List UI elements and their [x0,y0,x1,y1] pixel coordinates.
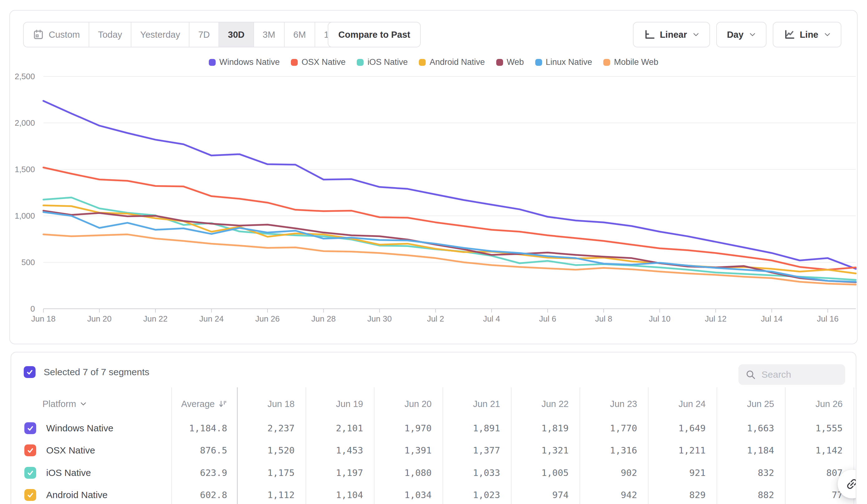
row-checkbox[interactable] [24,489,36,501]
svg-text:Jul 2: Jul 2 [427,314,444,324]
column-header-date: Jun 19 [336,396,363,412]
row-checkbox[interactable] [24,467,36,479]
cell-value: 902 [621,462,637,484]
svg-text:Jul 8: Jul 8 [595,314,612,324]
sort-descending-icon [218,399,227,408]
cell-value: 1,377 [473,439,500,461]
svg-text:Jun 24: Jun 24 [200,314,224,324]
cell-value: 1,321 [542,439,569,461]
cell-value: 1,175 [267,462,295,484]
table-row-ios-native: iOS Native623.91,1751,1971,0801,0331,005… [11,462,856,484]
svg-text:0: 0 [31,304,35,314]
cell-value: 1,104 [336,484,363,504]
average-value: 1,184.8 [189,417,227,439]
table-row-osx-native: OSX Native876.51,5201,4531,3911,3771,321… [11,439,856,461]
series-line-windows-native [43,101,856,269]
row-checkbox[interactable] [24,445,36,456]
cell-value: 1,142 [815,439,843,461]
cell-value: 1,649 [678,417,706,439]
platform-label: Windows Native [46,417,113,439]
column-header-label: Platform [42,399,76,409]
search-placeholder: Search [761,369,791,380]
cell-value: 1,080 [405,462,432,484]
average-value: 602.8 [200,484,227,504]
cell-value: 1,197 [336,462,363,484]
svg-text:2,000: 2,000 [15,118,35,128]
column-header-average[interactable]: Average [181,396,227,412]
cell-value: 1,453 [336,439,363,461]
cell-value: 1,391 [405,439,432,461]
column-header-platform[interactable]: Platform [42,396,87,412]
chart-grid: 05001,0001,5002,0002,500Jun 18Jun 20Jun … [15,72,856,324]
cell-value: 1,023 [473,484,500,504]
chevron-down-icon [80,402,87,406]
svg-text:Jul 10: Jul 10 [649,314,671,324]
column-header-date: Jun 26 [815,396,843,412]
svg-text:Jul 6: Jul 6 [539,314,556,324]
chart-card: CustomTodayYesterday7D30D3M6M12M Compare… [9,10,858,344]
line-chart: 05001,0001,5002,0002,500Jun 18Jun 20Jun … [10,11,858,345]
cell-value: 1,112 [267,484,295,504]
svg-text:Jul 16: Jul 16 [817,314,838,324]
cell-value: 882 [758,484,774,504]
series-line-mobile-web [43,234,856,285]
segments-selection: Selected 7 of 7 segments [24,366,150,378]
platform-label: Android Native [46,484,108,504]
checkmark-icon [26,446,34,454]
cell-value: 1,005 [542,462,569,484]
segments-table-card: Selected 7 of 7 segments Search Platform… [11,352,856,504]
column-header-date: Jun 21 [473,396,500,412]
search-input[interactable]: Search [738,364,845,385]
svg-text:2,500: 2,500 [15,72,35,81]
checkmark-icon [26,491,34,499]
column-header-label: Average [181,399,215,409]
row-checkbox[interactable] [24,422,36,434]
cell-value: 1,033 [473,462,500,484]
cell-value: 1,316 [610,439,637,461]
search-icon [745,369,756,380]
cell-value: 1,184 [747,439,774,461]
cell-value: 1,663 [747,417,774,439]
cell-value: 974 [553,484,569,504]
cell-value: 2,237 [267,417,295,439]
svg-text:Jul 4: Jul 4 [483,314,500,324]
cell-value: 1,970 [405,417,432,439]
cell-value: 1,819 [542,417,569,439]
segments-selection-label: Selected 7 of 7 segments [44,367,150,377]
cell-value: 829 [689,484,706,504]
cell-value: 2,101 [336,417,363,439]
column-header-date: Jun 18 [267,396,295,412]
platform-label: OSX Native [46,439,95,461]
cell-value: 1,034 [405,484,432,504]
svg-text:Jun 28: Jun 28 [311,314,336,324]
svg-text:Jun 30: Jun 30 [367,314,392,324]
link-icon [842,474,856,494]
select-all-checkbox[interactable] [24,366,35,378]
cell-value: 1,555 [815,417,843,439]
svg-text:1,500: 1,500 [15,165,35,174]
svg-text:Jun 20: Jun 20 [87,314,111,324]
column-header-date: Jun 22 [542,396,569,412]
column-header-date: Jun 25 [747,396,774,412]
cell-value: 1,770 [610,417,637,439]
column-header-date: Jun 23 [610,396,637,412]
svg-text:Jun 26: Jun 26 [255,314,280,324]
cell-value: 1,520 [267,439,295,461]
svg-text:Jun 18: Jun 18 [31,314,55,324]
column-header-date: Jun 24 [678,396,706,412]
svg-text:Jul 12: Jul 12 [705,314,727,324]
average-value: 876.5 [200,439,227,461]
checkmark-icon [26,469,34,477]
cell-value: 921 [689,462,706,484]
cell-value: 1,891 [473,417,500,439]
svg-text:Jul 14: Jul 14 [761,314,782,324]
table-row-windows-native: Windows Native1,184.82,2372,1011,9701,89… [11,417,856,439]
checkmark-icon [26,424,34,432]
platform-label: iOS Native [46,462,91,484]
table-row-android-native: Android Native602.81,1121,1041,0341,0239… [11,484,856,504]
average-value: 623.9 [200,462,227,484]
cell-value: 942 [621,484,637,504]
cell-value: 832 [758,462,774,484]
checkmark-icon [25,368,34,376]
cell-value: 1,211 [678,439,706,461]
